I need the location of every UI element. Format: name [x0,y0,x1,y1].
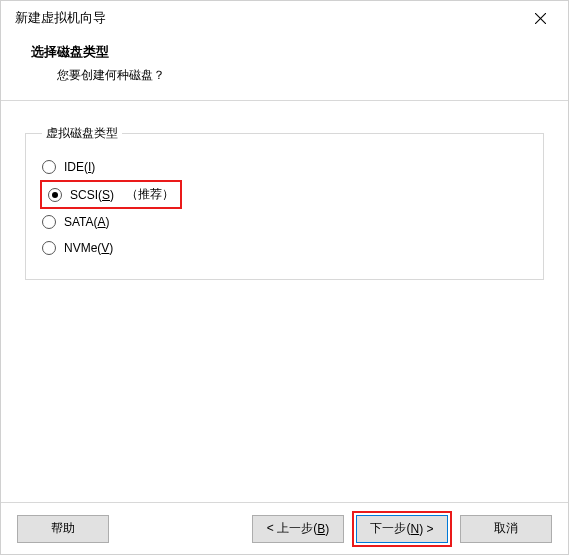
radio-sata[interactable]: SATA(A) [40,209,529,235]
close-button[interactable] [524,6,556,30]
highlight-next: 下一步(N) > [352,511,452,547]
page-heading: 选择磁盘类型 [31,43,538,61]
cancel-button[interactable]: 取消 [460,515,552,543]
titlebar: 新建虚拟机向导 [1,1,568,35]
wizard-header: 选择磁盘类型 您要创建何种磁盘？ [1,35,568,101]
radio-ide[interactable]: IDE(I) [40,154,529,180]
next-button[interactable]: 下一步(N) > [356,515,448,543]
radio-icon [42,241,56,255]
group-legend: 虚拟磁盘类型 [42,125,122,142]
radio-icon [42,215,56,229]
close-icon [535,13,546,24]
window-title: 新建虚拟机向导 [15,9,106,27]
recommended-tag: （推荐） [126,186,174,203]
highlight-recommended: SCSI(S) （推荐） [40,180,182,209]
radio-icon [42,160,56,174]
radio-label: SCSI(S) [70,188,114,202]
radio-icon [48,188,62,202]
help-button[interactable]: 帮助 [17,515,109,543]
radio-scsi[interactable]: SCSI(S) （推荐） [46,184,176,205]
content-area: 虚拟磁盘类型 IDE(I) SCSI(S) （推荐） SATA(A) [1,101,568,290]
radio-label: IDE(I) [64,160,95,174]
page-subheading: 您要创建何种磁盘？ [57,67,538,84]
radio-label: NVMe(V) [64,241,113,255]
radio-label: SATA(A) [64,215,110,229]
radio-nvme[interactable]: NVMe(V) [40,235,529,261]
button-bar: 帮助 < 上一步(B) 下一步(N) > 取消 [1,502,568,554]
disk-type-group: 虚拟磁盘类型 IDE(I) SCSI(S) （推荐） SATA(A) [25,125,544,280]
back-button[interactable]: < 上一步(B) [252,515,344,543]
